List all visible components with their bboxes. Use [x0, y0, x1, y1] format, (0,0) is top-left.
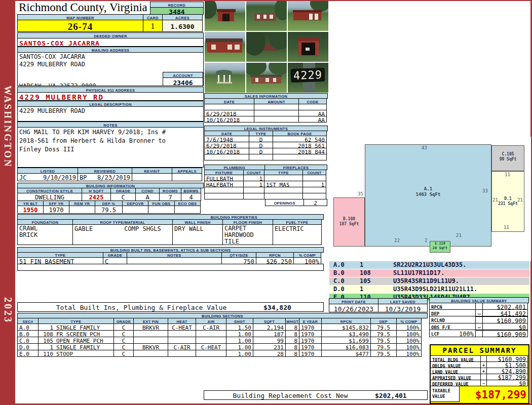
floor-finish-line: TILE	[224, 238, 271, 245]
map-number-value: 26-74	[17, 20, 143, 32]
bs-shgt-cell: 1.00	[226, 330, 253, 337]
table-row: 10/16/2018 AA	[205, 116, 328, 123]
bs-air-cell	[196, 337, 226, 344]
physical-address-value: 4229 MULBERRY RD	[17, 92, 204, 101]
bs-heat-cell: C-HEAT	[168, 323, 196, 331]
property-photo-8[interactable]	[246, 63, 287, 93]
built-ins-empty-row	[17, 264, 324, 271]
taxable-row: TAXABLE VALUE $187,299	[431, 386, 528, 402]
card-value: 1	[143, 20, 163, 32]
vs-op: −	[475, 309, 483, 316]
property-photo-5[interactable]	[246, 32, 287, 62]
tax-year-label: 2023	[2, 297, 14, 323]
bs-comp-cell: 100%	[396, 337, 422, 344]
bs-dep-cell: 79.5	[370, 350, 397, 357]
hsqft-value: 2425	[82, 193, 111, 201]
property-photo-3[interactable]	[288, 1, 328, 31]
bs-dep-cell: 79.5	[370, 343, 397, 350]
built-ins-total-label: Total Built Ins, Plumbing & Fireplace Va…	[19, 304, 263, 311]
remyr-value	[69, 206, 95, 214]
mailing-section: MAILING ADDRESS SANTOS-COX JACARRA 4229 …	[18, 47, 204, 86]
vs-op: −	[475, 323, 483, 330]
sales-information: SALES INFORMATION DATE AMOUNT CODE 6/29/…	[205, 94, 328, 123]
deeded-owner-section: DEEDED OWNER SANTOS-COX JACARRA	[18, 33, 204, 47]
built-ins-notes-cell	[127, 257, 222, 264]
bs-whgt-cell: 8	[285, 330, 299, 337]
legend-row: D.0 1 U35R43D9SLD21R11U21L11.	[329, 286, 529, 294]
bs-whgt-cell: 8	[285, 343, 299, 350]
construction-style-value: DWELLING	[17, 193, 82, 201]
house-number-sign: 4229	[293, 68, 323, 82]
bs-shgt-cell: 1.00	[226, 337, 253, 344]
record-value: 3484	[150, 7, 204, 15]
taxable-value-label: TAXABLE VALUE	[430, 386, 460, 402]
openings-label: OPENINGS	[265, 199, 304, 206]
building-value-summary: BUILDING VALUE SUMMARY RPCN $202,401 DEP…	[430, 298, 529, 337]
bs-sqft-cell: 2,194	[253, 323, 286, 331]
sketch-dim: 2	[425, 238, 427, 243]
bs-ext-cell	[133, 330, 168, 337]
sketch-sqft-E: 28 SqFt	[429, 246, 451, 251]
bs-dep-cell: 79.5	[370, 330, 397, 337]
bs-grade-cell: C	[113, 350, 134, 357]
bs-type-cell: FR SCREEN PCH	[56, 331, 100, 337]
bs-grade-cell: C	[113, 330, 134, 337]
bs-sec-cell: C.0	[17, 337, 39, 344]
bs-eyear-cell: 1970	[299, 330, 322, 337]
vs-value: $202,401	[482, 303, 528, 310]
sketch-legend: A.0 1 SR22U2R21U33UL43D35. B.0 108 SL11U…	[329, 261, 529, 302]
vs-op	[475, 316, 483, 323]
property-record-card: WASHINGTON 2023 Richmond County, Virgini…	[0, 0, 532, 405]
bs-whgt-cell: 8	[285, 323, 299, 331]
wall-finish-value: DRY WALL	[172, 224, 223, 245]
bs-air-cell: C-HEAT	[196, 343, 226, 350]
property-photo-1[interactable]	[205, 1, 245, 31]
vs-label: DEP	[429, 309, 476, 316]
acres-value: 1.6300	[162, 20, 203, 32]
depovr-value	[122, 206, 148, 214]
legend-vector: SR22U2R21U33UL43D35.	[382, 261, 529, 269]
ps-value: $0	[486, 380, 528, 386]
reviewed-date: 8/23/2019	[93, 174, 130, 181]
vs-pct: 100%	[439, 331, 474, 337]
bs-air-cell	[196, 330, 226, 337]
vs-label: RCLND	[429, 316, 476, 323]
legend-num: 108	[356, 269, 382, 277]
vs-label: OBS F/E	[429, 323, 476, 330]
bs-eyear-cell: 1970	[299, 350, 322, 357]
built-ins-table: BUILDING BUILT INS, BASEMENTS, ATTICS & …	[18, 248, 324, 271]
yrblt-value: 1950	[17, 206, 44, 214]
property-photo-9[interactable]: 4229	[288, 63, 328, 93]
property-photo-4[interactable]	[205, 32, 245, 62]
bs-num-cell: 105	[40, 338, 53, 343]
built-ins-total-row: Total Built Ins, Plumbing & Fireplace Va…	[18, 303, 324, 312]
bs-num-cell: 1	[40, 344, 53, 350]
legend-row: C.0 105 U35R43SR11D9L11U9.	[329, 277, 529, 286]
property-photo-2[interactable]	[246, 1, 287, 31]
bs-rpcn-cell: $1,699	[321, 337, 371, 344]
appeals-value	[172, 173, 202, 181]
bs-sec-cell: E.0	[17, 350, 39, 357]
built-ins-grade-cell: C	[103, 257, 127, 264]
legend-code: D.0	[329, 286, 356, 293]
property-photo-6[interactable]	[288, 32, 328, 62]
summary-row: LCF 100% $160,909	[430, 330, 529, 337]
bs-type-cell: SINGLE FAMILY	[56, 344, 100, 350]
account-box: ACCOUNT 23406	[163, 72, 204, 86]
table-row	[18, 264, 324, 271]
review-table: LISTED REVIEWED REVISIT APPEALS JC 9/10/…	[18, 168, 202, 181]
legal-instruments: LEGAL INSTRUMENTS DATE TYPE BOOK PAGE 7/…	[205, 126, 328, 160]
bs-shgt-cell: 1.00	[226, 350, 253, 357]
vs-label: LCF	[431, 332, 439, 337]
property-photo-7[interactable]	[205, 63, 245, 93]
built-ins-qty-cell: 750	[221, 257, 256, 264]
bs-sec-cell: B.0	[17, 330, 39, 337]
ecoobs-value	[174, 206, 201, 214]
legend-num: 1	[356, 286, 382, 293]
sketch-dim: 21	[517, 197, 523, 202]
sketch-sqft-B: 187 SqFt	[331, 222, 367, 227]
bs-num-cell: 1	[40, 325, 53, 330]
bs-eyear-cell: 1970	[299, 323, 322, 331]
sketch-label-E: E.110	[429, 241, 451, 246]
legend-vector: U35R43D9SLD21R11U21L11.	[382, 286, 529, 293]
